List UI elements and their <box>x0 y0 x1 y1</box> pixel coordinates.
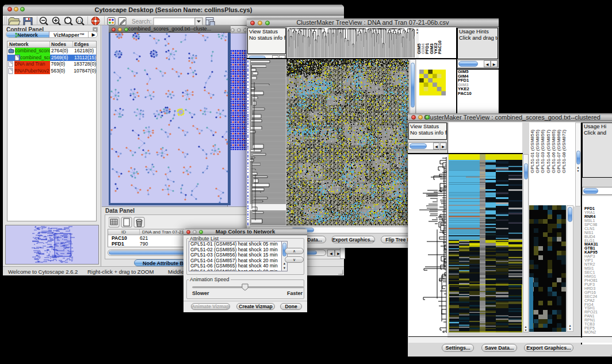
svg-text:1:1: 1:1 <box>77 19 82 22</box>
svg-text:Search:: Search: <box>132 18 151 25</box>
